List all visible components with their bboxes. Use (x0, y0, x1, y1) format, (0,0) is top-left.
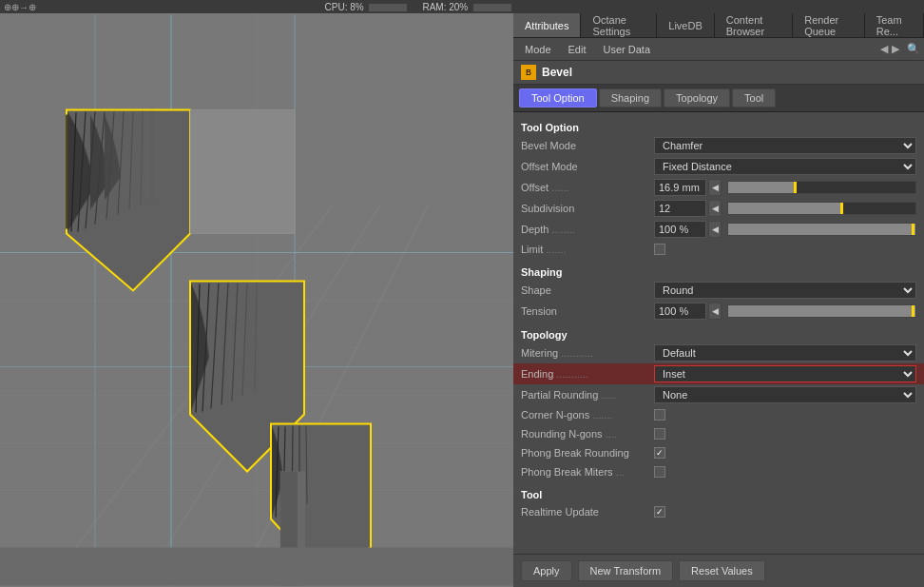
subdivision-input-group: ◀ (654, 200, 722, 217)
top-status-bar: ⊕⊕→⊕ CPU: 8% RAM: 20% (0, 0, 924, 13)
tension-label: Tension (521, 305, 654, 317)
phong-break-miters-checkbox[interactable] (654, 466, 665, 478)
limit-row: Limit ....... (513, 240, 924, 259)
icon1: ⊕⊕→⊕ (4, 2, 36, 12)
sub-tab-topology[interactable]: Topology (664, 88, 730, 108)
reset-values-button[interactable]: Reset Values (679, 560, 765, 581)
shape-dropdown[interactable]: Round Concave Convex User (654, 282, 916, 299)
nav-arrows: ◀ ▶ 🔍 (880, 43, 920, 55)
tension-slider[interactable] (727, 304, 916, 318)
depth-slider-handle (912, 224, 914, 235)
back-arrow[interactable]: ◀ (880, 43, 888, 55)
forward-arrow[interactable]: ▶ (892, 43, 899, 55)
tension-input[interactable] (654, 303, 706, 320)
main-layout: Attributes Octane Settings LiveDB Conten… (0, 13, 924, 587)
rounding-ngons-row: Rounding N-gons .... (513, 424, 924, 443)
mitering-dropdown[interactable]: Default Uniform Patch (654, 344, 916, 362)
rounding-ngons-control (654, 428, 916, 440)
offset-mode-control: Fixed Distance Radial Distance Percent (654, 158, 916, 175)
tab-livedb[interactable]: LiveDB (657, 13, 714, 37)
top-icons: ⊕⊕→⊕ (4, 2, 36, 12)
tool-buttons-row: Apply New Transform Reset Values (521, 560, 916, 581)
search-icon[interactable]: 🔍 (907, 43, 920, 55)
partial-rounding-dropdown[interactable]: None Inside Only Outside Only (654, 386, 916, 403)
user-data-button[interactable]: User Data (596, 42, 659, 57)
svg-marker-48 (0, 548, 513, 586)
offset-input[interactable] (654, 179, 706, 196)
offset-mode-dropdown[interactable]: Fixed Distance Radial Distance Percent (654, 158, 916, 175)
shaping-section: Shaping Shape Round Concave Convex User (513, 263, 924, 322)
tension-input-group: ◀ (654, 303, 722, 320)
offset-slider-fill (728, 182, 794, 193)
subdivision-slider-fill (728, 203, 840, 214)
bevel-mode-label: Bevel Mode (521, 140, 654, 151)
bevel-icon: B (521, 65, 536, 80)
tool-section: Tool Realtime Update ✓ (513, 485, 924, 521)
bevel-mode-dropdown[interactable]: Chamfer Fillet Solid (654, 137, 916, 154)
offset-control: ◀ (654, 179, 916, 196)
corner-ngons-row: Corner N-gons ....... (513, 405, 924, 424)
sub-tabs: Tool Option Shaping Topology Tool (513, 85, 924, 112)
tab-bar: Attributes Octane Settings LiveDB Conten… (513, 13, 924, 38)
sub-tab-tool-option[interactable]: Tool Option (519, 88, 597, 108)
cpu-stat: CPU: 8% (325, 2, 408, 12)
new-transform-button[interactable]: New Transform (578, 560, 674, 581)
phong-break-rounding-checkbox[interactable]: ✓ (654, 447, 665, 459)
depth-slider-fill (728, 224, 915, 235)
sub-tab-tool[interactable]: Tool (732, 88, 776, 108)
partial-rounding-row: Partial Rounding ..... None Inside Only … (513, 384, 924, 405)
svg-marker-17 (190, 110, 295, 234)
bevel-mode-control: Chamfer Fillet Solid (654, 137, 916, 154)
subdivision-label: Subdivision (521, 203, 654, 214)
mitering-label: Mitering ........... (521, 347, 654, 359)
subdivision-input[interactable] (654, 200, 706, 217)
tool-bottom: Apply New Transform Reset Values (513, 554, 924, 587)
shape-control: Round Concave Convex User (654, 282, 916, 299)
ending-label: Ending ........... (521, 368, 654, 380)
tab-attributes[interactable]: Attributes (513, 13, 581, 37)
depth-input[interactable] (654, 221, 706, 238)
depth-slider[interactable] (727, 223, 916, 236)
apply-button[interactable]: Apply (521, 560, 572, 581)
realtime-update-checkbox[interactable]: ✓ (654, 506, 665, 518)
right-panel: Attributes Octane Settings LiveDB Conten… (513, 13, 924, 587)
edit-button[interactable]: Edit (561, 42, 594, 57)
mode-bar: Mode Edit User Data ◀ ▶ 🔍 (513, 38, 924, 61)
sub-tab-shaping[interactable]: Shaping (599, 88, 662, 108)
subdivision-stepper-down[interactable]: ◀ (708, 200, 722, 217)
panel-content: Tool Option Bevel Mode Chamfer Fillet So… (513, 112, 924, 554)
depth-stepper-down[interactable]: ◀ (708, 221, 722, 238)
offset-input-group: ◀ (654, 179, 722, 196)
subdivision-slider[interactable] (727, 202, 916, 215)
tab-render-queue[interactable]: Render Queue (793, 13, 865, 37)
tool-section-label: Tool (513, 485, 924, 502)
tab-octane-settings[interactable]: Octane Settings (581, 13, 657, 37)
tension-stepper[interactable]: ◀ (708, 303, 722, 320)
corner-ngons-checkbox[interactable] (654, 409, 665, 421)
phong-break-rounding-row: Phong Break Rounding ✓ (513, 443, 924, 462)
offset-label: Offset ...... (521, 182, 654, 193)
shape-row: Shape Round Concave Convex User (513, 280, 924, 301)
depth-label: Depth ........ (521, 224, 654, 235)
rounding-ngons-checkbox[interactable] (654, 428, 665, 440)
section-header: B Bevel (513, 61, 924, 85)
mitering-control: Default Uniform Patch (654, 344, 916, 362)
realtime-update-label: Realtime Update (521, 506, 654, 518)
shape-label: Shape (521, 284, 654, 296)
mode-button[interactable]: Mode (517, 42, 559, 57)
panel-title: Bevel (542, 66, 572, 79)
phong-break-rounding-control: ✓ (654, 447, 916, 459)
tab-content-browser[interactable]: Content Browser (715, 13, 793, 37)
tab-team-render[interactable]: Team Re... (865, 13, 924, 37)
ending-dropdown[interactable]: Inset None Cap (654, 365, 916, 382)
tension-control: ◀ (654, 303, 916, 320)
phong-break-miters-row: Phong Break Miters ... (513, 462, 924, 481)
viewport[interactable] (0, 13, 513, 587)
ram-stat: RAM: 20% (422, 2, 511, 12)
offset-slider-handle (794, 182, 797, 193)
offset-slider[interactable] (727, 181, 916, 194)
limit-checkbox[interactable] (654, 244, 665, 255)
limit-control (654, 244, 916, 255)
offset-stepper-down[interactable]: ◀ (708, 179, 722, 196)
realtime-update-row: Realtime Update ✓ (513, 502, 924, 521)
